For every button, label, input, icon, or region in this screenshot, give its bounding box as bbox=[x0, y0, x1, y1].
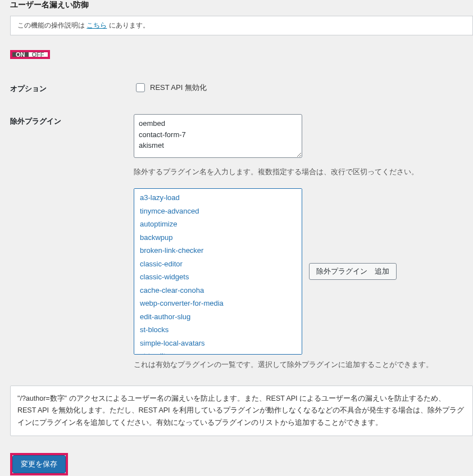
onoff-toggle[interactable]: ON OFF bbox=[10, 50, 50, 59]
plugin-hint: これは有効なプラグインの一覧です。選択して除外プラグインに追加することができます… bbox=[134, 360, 473, 370]
plugin-list-item[interactable]: edit-author-slug bbox=[134, 310, 302, 324]
plugin-list-item[interactable]: classic-widgets bbox=[134, 270, 302, 284]
rest-api-checkbox[interactable] bbox=[136, 83, 145, 92]
add-exclude-plugin-button[interactable]: 除外プラグイン 追加 bbox=[309, 263, 397, 280]
plugin-list-item[interactable]: cache-clear-conoha bbox=[134, 284, 302, 297]
save-button-highlight: 変更を保存 bbox=[10, 453, 68, 475]
plugin-list-item[interactable]: autoptimize bbox=[134, 217, 302, 231]
description-box: "/?author=数字" のアクセスによるユーザー名の漏えいを防止します。また… bbox=[10, 386, 473, 436]
option-row: オプション REST API 無効化 bbox=[10, 81, 473, 94]
help-suffix: にあります。 bbox=[107, 21, 149, 29]
plugin-list[interactable]: a3-lazy-loadtinymce-advancedautoptimizeb… bbox=[134, 188, 302, 355]
option-label: オプション bbox=[10, 81, 134, 94]
plugin-list-item[interactable]: simple-local-avatars bbox=[134, 337, 302, 350]
help-prefix: この機能の操作説明は bbox=[17, 21, 87, 29]
rest-api-checkbox-text: REST API 無効化 bbox=[150, 83, 207, 93]
plugin-list-item[interactable]: backwpup bbox=[134, 231, 302, 244]
page-title: ユーザー名漏えい防御 bbox=[10, 0, 473, 10]
plugin-list-item[interactable]: tinymce-advanced bbox=[134, 205, 302, 218]
plugin-list-item[interactable]: st-toc-lite bbox=[134, 350, 302, 355]
plugin-list-item[interactable]: a3-lazy-load bbox=[134, 191, 302, 205]
plugin-list-item[interactable]: classic-editor bbox=[134, 257, 302, 271]
exclude-hint: 除外するプラグイン名を入力します。複数指定する場合は、改行で区切ってください。 bbox=[134, 167, 473, 177]
help-box: この機能の操作説明は こちら にあります。 bbox=[10, 16, 473, 35]
plugin-list-item[interactable]: webp-converter-for-media bbox=[134, 297, 302, 310]
exclude-row: 除外プラグイン 除外するプラグイン名を入力します。複数指定する場合は、改行で区切… bbox=[10, 114, 473, 370]
rest-api-checkbox-label[interactable]: REST API 無効化 bbox=[134, 81, 473, 94]
toggle-on: ON bbox=[12, 52, 29, 57]
help-link[interactable]: こちら bbox=[87, 21, 107, 29]
exclude-textarea[interactable] bbox=[134, 114, 302, 158]
plugin-list-item[interactable]: broken-link-checker bbox=[134, 244, 302, 257]
toggle-off: OFF bbox=[29, 52, 48, 57]
save-button[interactable]: 変更を保存 bbox=[12, 455, 66, 473]
plugin-list-item[interactable]: st-blocks bbox=[134, 323, 302, 337]
exclude-label: 除外プラグイン bbox=[10, 114, 134, 126]
